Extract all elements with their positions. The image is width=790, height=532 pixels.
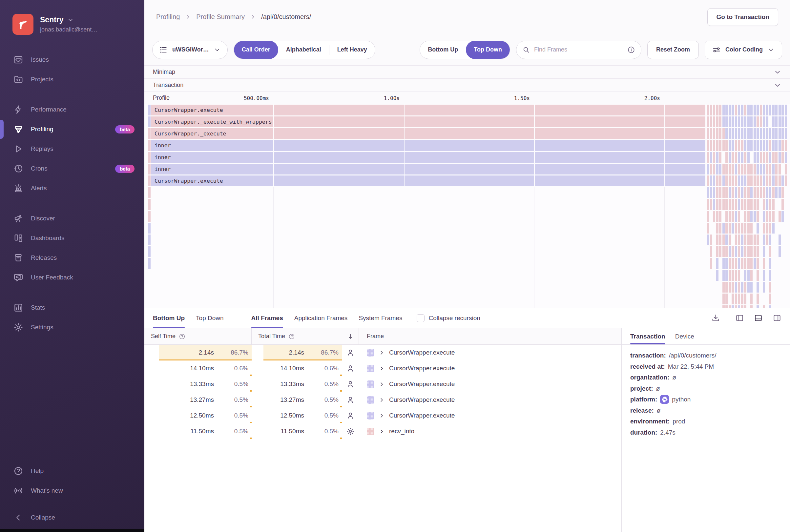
flame-fragment[interactable] [750, 140, 753, 151]
flame-fragment[interactable] [750, 116, 753, 127]
flame-fragment[interactable] [719, 152, 721, 163]
flame-fragment[interactable] [722, 270, 725, 281]
flame-fragment[interactable] [741, 234, 744, 245]
flame-fragment[interactable] [750, 270, 753, 281]
flame-fragment[interactable] [735, 270, 737, 281]
flame-fragment[interactable] [775, 152, 777, 163]
flame-fragment[interactable] [710, 187, 712, 198]
flame-fragment[interactable] [778, 152, 781, 163]
frame-cell[interactable]: recv_into [359, 423, 621, 439]
flame-fragment[interactable] [729, 223, 731, 233]
flame-fragment[interactable] [713, 211, 715, 222]
flame-fragment[interactable] [756, 246, 759, 257]
flame-fragment[interactable] [741, 199, 744, 210]
flame-fragment[interactable] [754, 104, 756, 115]
flame-fragment[interactable] [713, 104, 715, 115]
table-row[interactable]: 12.50ms0.5%12.50ms0.5%CursorWrapper.exec… [144, 408, 621, 423]
flame-fragment[interactable] [710, 234, 712, 245]
table-row[interactable]: 13.33ms0.5%13.33ms0.5%CursorWrapper.exec… [144, 376, 621, 392]
flame-fragment[interactable] [772, 152, 775, 163]
flame-fragment[interactable] [772, 223, 775, 233]
question-icon[interactable] [288, 333, 295, 340]
flame-fragment[interactable] [741, 152, 744, 163]
expand-icon[interactable] [379, 429, 384, 434]
flame-fragment[interactable] [769, 282, 771, 292]
flame-fragment[interactable] [763, 128, 765, 139]
flame-fragment[interactable] [735, 187, 737, 198]
flame-fragment[interactable] [713, 152, 715, 163]
flame-fragment[interactable] [732, 152, 734, 163]
flame-fragment[interactable] [148, 116, 151, 127]
flame-frame[interactable]: inner [151, 164, 706, 174]
flame-fragment[interactable] [722, 246, 725, 257]
flame-fragment[interactable] [726, 164, 728, 174]
flame-fragment[interactable] [744, 116, 746, 127]
flame-fragment[interactable] [726, 152, 728, 163]
flame-fragment[interactable] [732, 116, 734, 127]
flame-fragment[interactable] [713, 175, 715, 186]
flame-fragment[interactable] [726, 175, 728, 186]
flame-fragment[interactable] [782, 116, 784, 127]
flame-fragment[interactable] [726, 187, 728, 198]
transaction-row[interactable]: Transaction [144, 79, 790, 92]
flame-fragment[interactable] [769, 293, 771, 304]
flame-fragment[interactable] [741, 258, 744, 269]
flame-fragment[interactable] [710, 128, 712, 139]
org-header[interactable]: Sentry jonas.badalic@sent… [0, 0, 144, 35]
tab-application-frames[interactable]: Application Frames [294, 308, 348, 328]
flame-fragment[interactable] [726, 270, 728, 281]
flame-fragment[interactable] [713, 199, 715, 210]
flame-fragment[interactable] [744, 187, 746, 198]
sidebar-item-performance[interactable]: Performance [0, 100, 144, 119]
flame-fragment[interactable] [763, 116, 765, 127]
flame-fragment[interactable] [756, 104, 759, 115]
flame-fragment[interactable] [778, 128, 781, 139]
flame-fragment[interactable] [713, 116, 715, 127]
flame-fragment[interactable] [735, 223, 737, 233]
sidebar-collapse-button[interactable]: Collapse [0, 508, 144, 527]
flame-fragment[interactable] [716, 246, 718, 257]
flame-fragment[interactable] [744, 152, 746, 163]
sidebar-item-user-feedback[interactable]: User Feedback [0, 268, 144, 287]
sidebar-item-help[interactable]: Help [0, 461, 144, 481]
flame-fragment[interactable] [763, 164, 765, 174]
flame-fragment[interactable] [726, 199, 728, 210]
flame-fragment[interactable] [778, 246, 781, 257]
flame-fragment[interactable] [772, 116, 775, 127]
expand-icon[interactable] [379, 381, 384, 387]
flame-fragment[interactable] [716, 223, 718, 233]
flame-fragment[interactable] [716, 104, 718, 115]
flame-fragment[interactable] [754, 140, 756, 151]
flame-fragment[interactable] [785, 104, 787, 115]
flame-fragment[interactable] [750, 175, 753, 186]
flame-fragment[interactable] [735, 116, 737, 127]
sidebar-item-releases[interactable]: Releases [0, 248, 144, 268]
layout-left-icon[interactable] [735, 314, 744, 322]
flame-fragment[interactable] [747, 282, 750, 292]
flame-fragment[interactable] [747, 104, 750, 115]
flame-fragment[interactable] [719, 164, 721, 174]
sort-alphabetical-button[interactable]: Alphabetical [278, 41, 329, 59]
flame-fragment[interactable] [769, 104, 771, 115]
flame-fragment[interactable] [729, 258, 731, 269]
flame-fragment[interactable] [148, 140, 151, 151]
flame-fragment[interactable] [756, 140, 759, 151]
flame-fragment[interactable] [729, 128, 731, 139]
table-row[interactable]: 2.14s86.7%2.14s86.7%CursorWrapper.execut… [144, 345, 621, 360]
flame-fragment[interactable] [772, 128, 775, 139]
tab-system-frames[interactable]: System Frames [359, 308, 402, 328]
flame-fragment[interactable] [772, 187, 775, 198]
flame-fragment[interactable] [754, 164, 756, 174]
flame-fragment[interactable] [785, 175, 787, 186]
flame-fragment[interactable] [754, 258, 756, 269]
flame-fragment[interactable] [775, 128, 777, 139]
column-frame[interactable]: Frame [359, 328, 621, 344]
flame-fragment[interactable] [782, 152, 784, 163]
frame-cell[interactable]: CursorWrapper.execute [359, 408, 621, 423]
flame-fragment[interactable] [744, 234, 746, 245]
flame-fragment[interactable] [729, 199, 731, 210]
sidebar-item-replays[interactable]: Replays [0, 139, 144, 159]
flame-fragment[interactable] [766, 152, 768, 163]
flame-fragment[interactable] [769, 305, 771, 308]
flame-fragment[interactable] [729, 211, 731, 222]
